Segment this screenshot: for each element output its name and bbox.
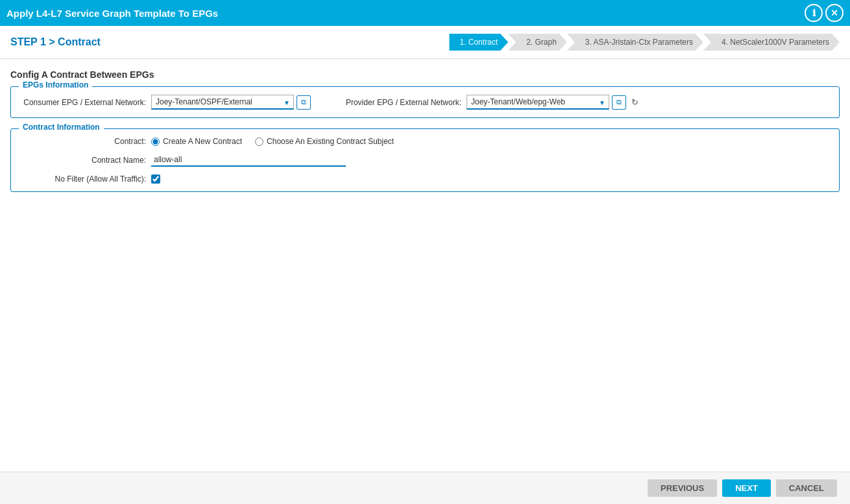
no-filter-checkbox[interactable]: [151, 174, 160, 184]
footer: PREVIOUS NEXT CANCEL: [0, 472, 850, 504]
epgs-fieldset: EPGs Information Consumer EPG / External…: [10, 86, 840, 118]
contract-radio-row: Contract: Create A New Contract Choose A…: [21, 137, 829, 146]
title-bar: Apply L4-L7 Service Graph Template To EP…: [0, 0, 850, 26]
consumer-dropdown-wrapper: Joey-Tenant/OSPF/External ▼ ⧉: [151, 95, 311, 110]
radio-create-new-label[interactable]: Create A New Contract: [163, 137, 242, 146]
step-title: STEP 1 > Contract: [10, 36, 101, 48]
wizard-step-2[interactable]: 2. Graph: [508, 34, 567, 51]
no-filter-checkbox-wrapper: [151, 174, 160, 184]
provider-select-wrapper: Joey-Tenant/Web/epg-Web ▼: [467, 95, 609, 110]
consumer-label: Consumer EPG / External Network:: [21, 98, 151, 107]
contract-name-row: Contract Name:: [21, 154, 829, 167]
dialog-title: Apply L4-L7 Service Graph Template To EP…: [6, 8, 218, 19]
provider-epg-select[interactable]: Joey-Tenant/Web/epg-Web: [467, 95, 609, 110]
content-area: Config A Contract Between EPGs EPGs Info…: [0, 59, 850, 213]
wizard-step-1[interactable]: 1. Contract: [449, 34, 508, 51]
provider-dropdown-wrapper: Joey-Tenant/Web/epg-Web ▼ ⧉ ↻: [467, 95, 638, 110]
provider-label: Provider EPG / External Network:: [337, 98, 467, 107]
step-header: STEP 1 > Contract 1. Contract 2. Graph 3…: [0, 26, 850, 59]
radio-choose-existing[interactable]: Choose An Existing Contract Subject: [255, 137, 394, 146]
step-label-3: 3. ASA-Jristain-Ctx Parameters: [567, 34, 703, 51]
step-label-4: 4. NetScaler1000V Parameters: [703, 34, 840, 51]
radio-choose-existing-label[interactable]: Choose An Existing Contract Subject: [267, 137, 394, 146]
contract-legend: Contract Information: [19, 123, 104, 132]
section-title: Config A Contract Between EPGs: [10, 69, 840, 80]
cancel-button[interactable]: CANCEL: [776, 479, 837, 497]
radio-create-new[interactable]: Create A New Contract: [151, 137, 242, 146]
step-label-1: 1. Contract: [449, 34, 508, 51]
info-button[interactable]: ℹ: [805, 4, 823, 22]
wizard-step-3[interactable]: 3. ASA-Jristain-Ctx Parameters: [567, 34, 703, 51]
epgs-legend: EPGs Information: [19, 80, 92, 90]
contract-name-input[interactable]: [151, 154, 346, 167]
radio-create-new-input[interactable]: [151, 138, 160, 146]
contract-fieldset: Contract Information Contract: Create A …: [10, 128, 840, 192]
no-filter-row: No Filter (Allow All Traffic):: [21, 174, 829, 184]
next-button[interactable]: NEXT: [722, 479, 771, 497]
wizard-step-4[interactable]: 4. NetScaler1000V Parameters: [703, 34, 840, 51]
contract-label: Contract:: [21, 137, 151, 146]
radio-choose-existing-input[interactable]: [255, 138, 263, 146]
consumer-select-wrapper: Joey-Tenant/OSPF/External ▼: [151, 95, 294, 110]
epgs-form-row: Consumer EPG / External Network: Joey-Te…: [21, 95, 829, 110]
previous-button[interactable]: PREVIOUS: [648, 479, 717, 497]
contract-name-label: Contract Name:: [21, 156, 151, 165]
no-filter-label: No Filter (Allow All Traffic):: [21, 174, 151, 184]
main-content: STEP 1 > Contract 1. Contract 2. Graph 3…: [0, 26, 850, 472]
refresh-icon[interactable]: ↻: [631, 97, 638, 107]
title-bar-icons: ℹ ✕: [805, 4, 844, 22]
consumer-new-icon[interactable]: ⧉: [297, 95, 311, 110]
contract-radio-group: Create A New Contract Choose An Existing…: [151, 137, 394, 146]
close-button[interactable]: ✕: [825, 4, 844, 22]
provider-new-icon[interactable]: ⧉: [612, 95, 626, 110]
wizard-steps: 1. Contract 2. Graph 3. ASA-Jristain-Ctx…: [449, 34, 840, 51]
step-label-2: 2. Graph: [508, 34, 567, 51]
consumer-epg-select[interactable]: Joey-Tenant/OSPF/External: [151, 95, 294, 110]
